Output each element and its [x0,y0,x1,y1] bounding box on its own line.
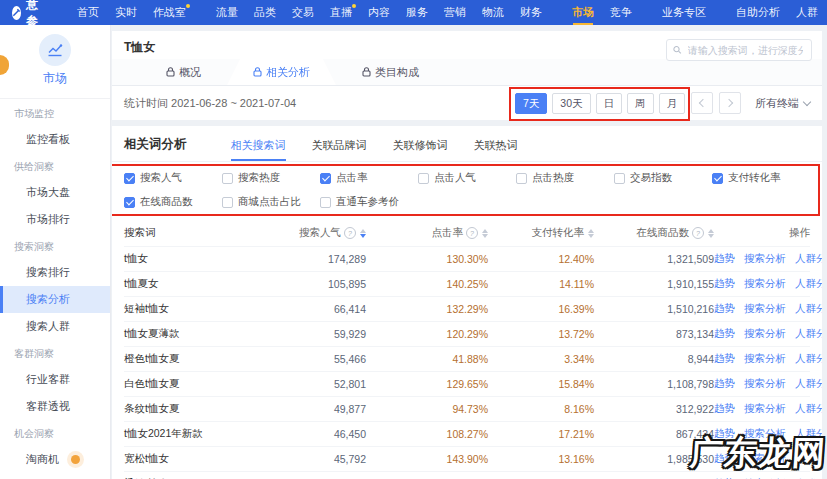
terminal-filter-dropdown[interactable]: 所有终端 [755,96,810,111]
nav-item-warroom[interactable]: 作战室 [153,0,186,25]
date-button-month[interactable]: 月 [659,93,686,114]
checkbox-checked-icon[interactable] [712,173,723,184]
nav-item-traffic[interactable]: 流量 [216,0,238,25]
sidebar-item-market-overview[interactable]: 市场大盘 [0,179,110,206]
checkbox-icon[interactable] [614,173,625,184]
sidebar-item-tao-opportunity[interactable]: 淘商机 [0,446,110,473]
checkbox-icon[interactable] [222,197,233,208]
search-input[interactable] [686,44,805,57]
metric-ztc-ref-price[interactable]: 直通车参考价 [320,195,418,209]
col-search-popularity[interactable]: 搜索人气 [274,226,366,240]
search-analysis-link[interactable]: 搜索分析 [744,427,786,441]
metric-online-products[interactable]: 在线商品数 [124,195,222,209]
metric-search-heat[interactable]: 搜索热度 [222,171,320,185]
audience-analysis-link[interactable]: 人群分析 [795,427,822,441]
search-word[interactable]: 条纹t恤女夏 [124,402,274,416]
sidebar-item-attribute-insight[interactable]: 属性洞察 [0,473,110,479]
tab-related-brand-words[interactable]: 关联品牌词 [312,138,367,161]
date-button-week[interactable]: 周 [627,93,654,114]
trend-link[interactable]: 趋势 [714,427,735,441]
tab-related-analysis[interactable]: 相关分析 [227,59,336,85]
prev-period-button[interactable] [691,92,713,114]
checkbox-icon[interactable] [516,173,527,184]
trend-link[interactable]: 趋势 [714,327,735,341]
sidebar-item-search-audience[interactable]: 搜索人群 [0,313,110,340]
audience-analysis-link[interactable]: 人群分析 [795,402,822,416]
checkbox-checked-icon[interactable] [124,173,135,184]
audience-analysis-link[interactable]: 人群分析 [795,327,822,341]
checkbox-icon[interactable] [418,173,429,184]
tab-category-composition[interactable]: 类目构成 [336,59,445,85]
audience-analysis-link[interactable]: 人群分析 [795,452,822,466]
col-online-products[interactable]: 在线商品数 [594,226,714,240]
search-analysis-link[interactable]: 搜索分析 [744,327,786,341]
trend-link[interactable]: 趋势 [714,277,735,291]
metric-click-popularity[interactable]: 点击人气 [418,171,516,185]
search-analysis-link[interactable]: 搜索分析 [744,352,786,366]
trend-link[interactable]: 趋势 [714,377,735,391]
nav-item-competition[interactable]: 竞争 [610,0,632,25]
audience-analysis-link[interactable]: 人群分析 [795,352,822,366]
audience-analysis-link[interactable]: 人群分析 [795,277,822,291]
search-word[interactable]: 橙色t恤女夏 [124,352,274,366]
search-word[interactable]: t恤女2021年新款 [124,427,274,441]
audience-analysis-link[interactable]: 人群分析 [795,252,822,266]
sidebar-item-monitor-board[interactable]: 监控看板 [0,126,110,153]
tab-related-search-words[interactable]: 相关搜索词 [231,138,286,161]
app-logo[interactable]: 生意参谋 [12,0,43,47]
checkbox-icon[interactable] [222,173,233,184]
search-word[interactable]: 短袖t恤女 [124,302,274,316]
nav-item-live[interactable]: 直播 [330,0,352,25]
nav-item-realtime[interactable]: 实时 [115,0,137,25]
search-analysis-link[interactable]: 搜索分析 [744,252,786,266]
date-button-day[interactable]: 日 [596,93,623,114]
checkbox-checked-icon[interactable] [124,197,135,208]
nav-item-trade[interactable]: 交易 [292,0,314,25]
nav-item-category[interactable]: 品类 [254,0,276,25]
metric-click-rate[interactable]: 点击率 [320,171,418,185]
search-word[interactable]: t恤夏女 [124,277,274,291]
checkbox-checked-icon[interactable] [320,173,331,184]
search-analysis-link[interactable]: 搜索分析 [744,302,786,316]
keyword-search-box[interactable] [666,39,812,61]
col-pay-conversion[interactable]: 支付转化率 [488,226,594,240]
nav-item-finance[interactable]: 财务 [520,0,542,25]
metric-mall-click-share[interactable]: 商城点击占比 [222,195,320,209]
metric-click-heat[interactable]: 点击热度 [516,171,614,185]
trend-link[interactable]: 趋势 [714,252,735,266]
search-analysis-link[interactable]: 搜索分析 [744,452,786,466]
date-button-30d[interactable]: 30天 [552,93,590,114]
search-word[interactable]: 宽松t恤女 [124,452,274,466]
nav-item-self-analysis[interactable]: 自助分析 [736,0,780,25]
tab-overview[interactable]: 概况 [140,59,227,85]
next-period-button[interactable] [719,92,741,114]
search-analysis-link[interactable]: 搜索分析 [744,377,786,391]
tab-related-modifier-words[interactable]: 关联修饰词 [393,138,448,161]
search-word[interactable]: 白色t恤女夏 [124,377,274,391]
nav-item-logistics[interactable]: 物流 [482,0,504,25]
sidebar-item-industry-customers[interactable]: 行业客群 [0,366,110,393]
audience-analysis-link[interactable]: 人群分析 [795,302,822,316]
tab-related-hot-words[interactable]: 关联热词 [474,138,518,161]
metric-search-popularity[interactable]: 搜索人气 [124,171,222,185]
col-click-rate[interactable]: 点击率 [366,226,488,240]
search-analysis-link[interactable]: 搜索分析 [744,402,786,416]
trend-link[interactable]: 趋势 [714,452,735,466]
search-word[interactable]: t恤女 [124,252,274,266]
nav-item-service[interactable]: 服务 [406,0,428,25]
sidebar-item-search-ranking[interactable]: 搜索排行 [0,259,110,286]
sidebar-item-search-analysis[interactable]: 搜索分析 [0,286,110,313]
trend-link[interactable]: 趋势 [714,402,735,416]
nav-item-business-zone[interactable]: 业务专区 [662,0,706,25]
metric-trade-index[interactable]: 交易指数 [614,171,712,185]
metric-pay-conversion[interactable]: 支付转化率 [712,171,810,185]
nav-item-market[interactable]: 市场 [572,0,594,25]
search-analysis-link[interactable]: 搜索分析 [744,277,786,291]
audience-analysis-link[interactable]: 人群分析 [795,377,822,391]
trend-link[interactable]: 趋势 [714,352,735,366]
trend-link[interactable]: 趋势 [714,302,735,316]
sidebar-item-customer-perspective[interactable]: 客群透视 [0,393,110,420]
sidebar-item-market-ranking[interactable]: 市场排行 [0,206,110,233]
date-button-7d[interactable]: 7天 [515,93,547,114]
nav-item-marketing[interactable]: 营销 [444,0,466,25]
